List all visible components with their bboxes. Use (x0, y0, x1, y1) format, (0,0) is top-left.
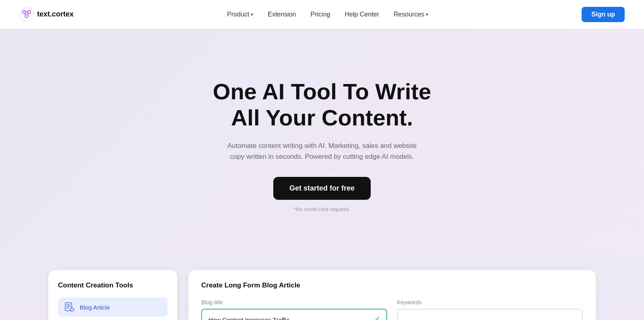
blog-article-icon (64, 302, 75, 313)
right-card-title: Create Long Form Blog Article (201, 281, 583, 289)
no-credit-card-text: *No credit card required. (294, 206, 351, 212)
hero-section: One AI Tool To Write All Your Content. A… (0, 29, 644, 254)
svg-line-5 (27, 14, 29, 14)
content-creation-tools-card: Content Creation Tools Blog Article (48, 270, 177, 320)
blog-title-label: Blog title (201, 299, 387, 306)
nav-link-help-center[interactable]: Help Center (345, 11, 379, 18)
cards-section: Content Creation Tools Blog Article (0, 254, 644, 320)
blog-title-input-wrapper[interactable]: How Content Increases Traffic ✓ (201, 309, 387, 320)
checkmark-icon: ✓ (374, 315, 380, 320)
nav-item-product[interactable]: Product ▾ (227, 11, 253, 18)
nav-item-help-center[interactable]: Help Center (345, 11, 379, 18)
blog-article-form-card: Create Long Form Blog Article Blog title… (188, 270, 596, 320)
blog-title-value: How Content Increases Traffic (208, 316, 289, 320)
logo[interactable]: text.cortex (19, 7, 74, 22)
nav-item-pricing[interactable]: Pricing (311, 11, 330, 18)
svg-point-3 (25, 14, 28, 18)
keywords-input-wrapper[interactable] (397, 309, 583, 320)
nav-link-extension[interactable]: Extension (268, 11, 296, 18)
hero-subtitle: Automate content writing with AI. Market… (225, 140, 419, 162)
nav-links: Product ▾ Extension Pricing Help Center … (227, 11, 428, 18)
nav-item-extension[interactable]: Extension (268, 11, 296, 18)
nav-link-resources[interactable]: Resources ▾ (394, 11, 428, 18)
hero-title: One AI Tool To Write All Your Content. (201, 79, 443, 131)
nav-link-pricing[interactable]: Pricing (311, 11, 330, 18)
blog-article-label: Blog Article (80, 304, 110, 311)
svg-point-12 (71, 308, 73, 311)
chevron-down-icon: ▾ (251, 12, 253, 17)
navbar: text.cortex Product ▾ Extension Pricing … (0, 0, 644, 29)
get-started-button[interactable]: Get started for free (273, 177, 371, 200)
blog-title-input-inner: How Content Increases Traffic ✓ (208, 315, 380, 320)
keywords-group: Keywords Hint: Type and press enter (397, 299, 583, 320)
form-row: Blog title How Content Increases Traffic… (201, 299, 583, 320)
keywords-label: Keywords (397, 299, 583, 306)
nav-link-product[interactable]: Product ▾ (227, 11, 253, 18)
left-card-title: Content Creation Tools (58, 281, 167, 289)
svg-line-4 (24, 14, 27, 14)
chevron-down-icon-resources: ▾ (426, 12, 428, 17)
signup-button[interactable]: Sign up (582, 7, 625, 22)
blog-title-group: Blog title How Content Increases Traffic… (201, 299, 387, 320)
logo-icon (19, 7, 34, 22)
nav-item-resources[interactable]: Resources ▾ (394, 11, 428, 18)
blog-article-tool-item[interactable]: Blog Article (58, 297, 167, 317)
logo-text: text.cortex (37, 10, 74, 18)
